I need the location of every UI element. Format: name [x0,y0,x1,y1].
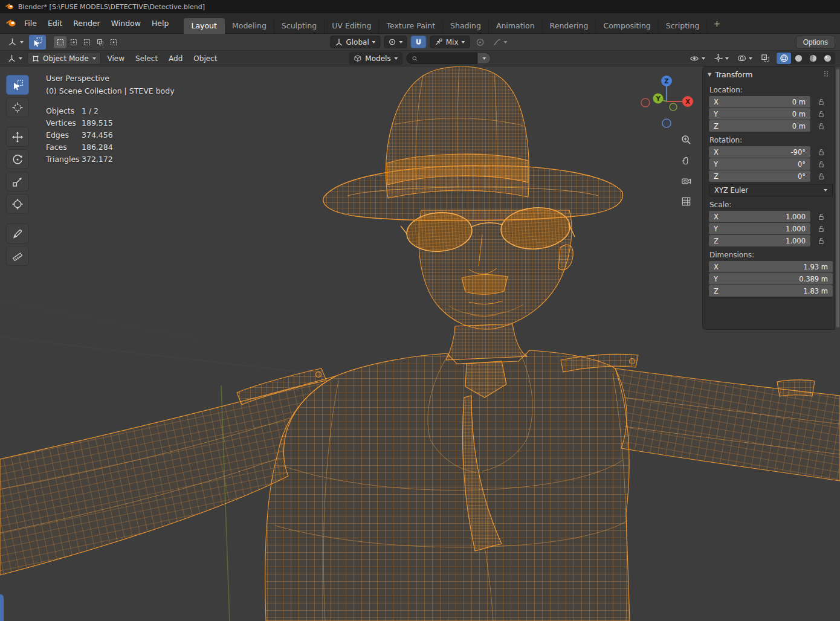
gizmo-minus-z-axis[interactable] [662,119,671,127]
tab-texture-paint[interactable]: Texture Paint [379,18,443,34]
lock-icon[interactable] [818,161,825,168]
select-mode-intersect-button[interactable] [107,36,120,48]
tool-annotate[interactable] [6,224,29,243]
stat-objects: Objects1 / 2 [46,105,175,117]
options-button[interactable]: Options [796,36,835,49]
shading-solid-button[interactable] [791,53,806,64]
lock-icon[interactable] [818,237,825,245]
shading-material-button[interactable] [806,53,820,64]
tab-compositing[interactable]: Compositing [596,18,658,34]
rotation-mode-dropdown[interactable]: XYZ Euler [709,184,833,196]
overlays-dropdown[interactable] [735,53,755,64]
scale-z-field[interactable]: Z1.000 [709,235,810,246]
tab-modeling[interactable]: Modeling [225,18,274,34]
tool-transform[interactable] [6,194,29,214]
lock-icon[interactable] [818,173,825,180]
blender-menu-icon[interactable] [6,18,16,28]
xray-toggle[interactable] [758,53,772,64]
navigation-gizmo[interactable]: Z X Y [638,72,696,130]
lock-icon[interactable] [818,149,825,156]
chevron-down-icon [462,41,465,43]
dimensions-z-field[interactable]: Z1.83 m [709,285,833,297]
mode-dropdown[interactable]: Object Mode [27,52,101,65]
orthographic-toggle-button[interactable] [677,192,695,210]
tab-uv-editing[interactable]: UV Editing [325,18,379,34]
camera-view-button[interactable] [677,172,695,190]
select-mode-subtract-button[interactable] [80,36,93,48]
search-filter-dropdown[interactable] [478,53,491,64]
add-workspace-button[interactable]: + [707,16,726,31]
tool-scale[interactable] [6,172,29,191]
stat-triangles: Triangles372,172 [46,153,175,166]
menu-view[interactable]: View [103,53,129,65]
menu-file[interactable]: File [19,16,42,30]
menu-select[interactable]: Select [131,53,162,65]
tab-sculpting[interactable]: Sculpting [274,18,325,34]
dimensions-x-field[interactable]: X1.93 m [709,261,833,272]
snap-settings-dropdown[interactable]: Mix [430,36,470,48]
collapse-triangle-icon[interactable]: ▼ [708,72,711,77]
tab-shading[interactable]: Shading [443,18,489,34]
drag-grip-icon[interactable] [822,70,830,79]
magnet-icon [415,38,423,47]
shading-rendered-button[interactable] [820,53,835,64]
menu-render[interactable]: Render [68,16,106,30]
tab-scripting[interactable]: Scripting [659,18,708,34]
rotation-z-field[interactable]: Z0° [709,170,810,182]
transform-orientation-dropdown[interactable]: Global [330,36,380,48]
lock-icon[interactable] [818,98,825,106]
select-mode-set-button[interactable] [54,36,66,48]
active-tool-select-box-button[interactable] [29,35,46,50]
lock-icon[interactable] [818,123,825,130]
gizmos-dropdown[interactable] [711,53,731,64]
tool-measure[interactable] [6,246,29,266]
scale-y-field[interactable]: Y1.000 [709,223,810,234]
menu-window[interactable]: Window [106,16,146,30]
editor-type-dropdown[interactable] [5,53,25,64]
menu-help[interactable]: Help [146,16,175,30]
right-ear [558,245,573,270]
visibility-dropdown[interactable] [687,53,708,65]
right-epaulet-button [630,359,635,364]
tool-select-box[interactable] [6,75,29,95]
viewport-3d[interactable]: Object Mode View Select Add Object Model… [0,51,840,621]
proportional-editing-toggle[interactable] [474,37,487,48]
rotation-y-field[interactable]: Y0° [709,158,810,170]
shading-wireframe-button[interactable] [777,53,791,64]
active-collection-dropdown[interactable]: Models [349,52,402,65]
tab-rendering[interactable]: Rendering [543,18,596,34]
lock-icon[interactable] [818,225,825,233]
menu-add[interactable]: Add [164,53,187,65]
search-input[interactable] [421,54,473,63]
proportional-falloff-dropdown[interactable] [491,37,510,48]
gizmo-minus-y-axis[interactable] [670,103,677,111]
panel-scrollbar[interactable] [836,69,839,327]
chevron-down-icon [372,41,376,43]
tool-rotate[interactable] [6,149,29,169]
pivot-point-dropdown[interactable] [384,36,407,48]
location-y-field[interactable]: Y0 m [709,108,810,120]
select-mode-invert-button[interactable] [94,36,106,48]
menu-edit[interactable]: Edit [42,16,68,30]
lock-icon[interactable] [818,213,825,220]
dimensions-y-field[interactable]: Y0.389 m [709,273,833,285]
location-x-field[interactable]: X0 m [709,96,810,108]
gizmo-minus-x-axis[interactable] [641,98,650,107]
tab-layout[interactable]: Layout [184,18,225,34]
transform-panel-header[interactable]: ▼ Transform [703,67,835,82]
scale-x-field[interactable]: X1.000 [709,211,810,222]
tab-animation[interactable]: Animation [489,18,543,34]
location-z-field[interactable]: Z0 m [709,120,810,132]
snap-toggle-button[interactable] [411,36,427,48]
select-mode-extend-button[interactable] [67,36,80,48]
tool-context-dropdown[interactable] [5,36,26,48]
menu-object[interactable]: Object [189,53,221,65]
search-field[interactable] [407,53,478,64]
tool-cursor[interactable] [6,97,29,117]
zoom-button[interactable] [677,130,695,149]
tool-move[interactable] [6,127,29,147]
rotation-x-field[interactable]: X-90° [709,146,810,158]
lock-icon[interactable] [818,111,825,118]
pan-button[interactable] [677,151,695,169]
viewport-nav-buttons [677,130,695,210]
